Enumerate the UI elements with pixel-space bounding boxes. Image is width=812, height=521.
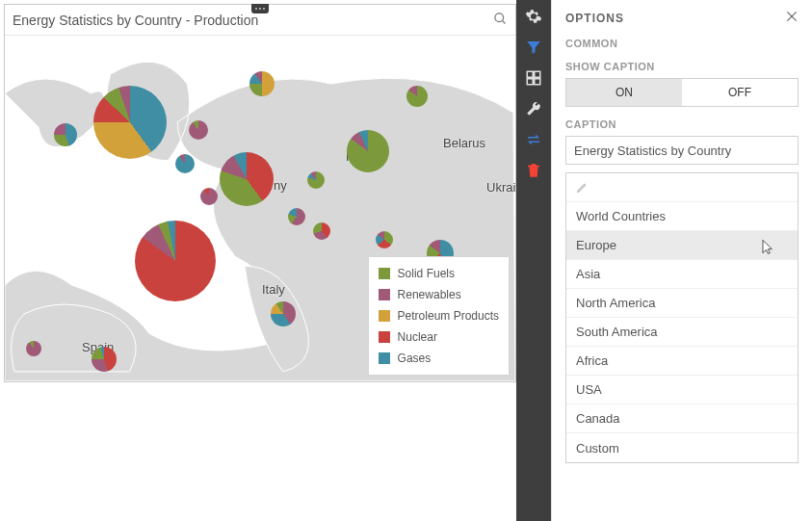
wrench-icon[interactable] <box>523 98 544 119</box>
region-list: World CountriesEuropeAsiaNorth AmericaSo… <box>565 172 799 463</box>
country-pie[interactable] <box>347 130 389 172</box>
legend-swatch <box>379 310 390 322</box>
legend-label: Renewables <box>398 288 461 301</box>
map-canvas[interactable]: BelarusPolandnyUkraineeItalyRomaniaSpain… <box>5 36 515 381</box>
country-pie[interactable] <box>313 222 330 240</box>
show-caption-toggle: ON OFF <box>565 78 799 107</box>
country-pie[interactable] <box>249 71 275 96</box>
legend-swatch <box>379 268 390 279</box>
legend-swatch <box>379 331 390 343</box>
legend-item: Gases <box>379 348 499 369</box>
legend-label: Gases <box>398 352 432 365</box>
country-pie[interactable] <box>135 221 216 301</box>
country-pie[interactable] <box>288 208 305 225</box>
list-item[interactable]: USA <box>566 376 798 404</box>
country-pie[interactable] <box>54 123 77 146</box>
pencil-icon <box>576 181 589 194</box>
country-pie[interactable] <box>189 120 208 140</box>
section-show-caption-label: SHOW CAPTION <box>565 61 799 72</box>
country-pie[interactable] <box>307 171 325 189</box>
legend-item: Nuclear <box>379 326 499 348</box>
caption-input[interactable] <box>565 136 799 165</box>
gear-icon[interactable] <box>523 6 544 27</box>
legend-box: Solid FuelsRenewablesPetroleum ProductsN… <box>368 256 510 376</box>
map-widget: Energy Statistics by Country - Productio… <box>4 4 516 382</box>
svg-rect-2 <box>527 71 533 77</box>
svg-line-1 <box>502 20 505 23</box>
toggle-on-button[interactable]: ON <box>566 79 682 106</box>
country-pie[interactable] <box>271 301 296 326</box>
sidebar-tool-strip <box>516 0 551 521</box>
country-pie[interactable] <box>200 188 218 205</box>
section-caption-label: CAPTION <box>565 118 799 130</box>
legend-item: Solid Fuels <box>379 263 499 284</box>
cursor-icon <box>759 238 774 258</box>
legend-label: Petroleum Products <box>398 309 499 323</box>
toggle-off-button[interactable]: OFF <box>682 79 798 106</box>
legend-label: Solid Fuels <box>398 267 455 280</box>
funnel-icon[interactable] <box>523 37 544 58</box>
legend-item: Renewables <box>379 284 499 305</box>
list-item-placeholder[interactable] <box>566 173 798 202</box>
svg-rect-3 <box>535 71 540 77</box>
widget-header: Energy Statistics by Country - Productio… <box>5 5 515 36</box>
list-item[interactable]: World Countries <box>566 202 798 231</box>
legend-item: Petroleum Products <box>379 305 499 326</box>
legend-swatch <box>379 289 390 300</box>
trash-icon[interactable] <box>523 160 544 181</box>
country-pie[interactable] <box>93 86 167 159</box>
list-item[interactable]: South America <box>566 318 798 347</box>
list-item[interactable]: Canada <box>566 404 798 433</box>
country-pie[interactable] <box>26 341 41 356</box>
legend-swatch <box>379 352 390 364</box>
swap-icon[interactable] <box>523 129 544 150</box>
list-item[interactable]: Custom <box>566 433 798 462</box>
country-pie[interactable] <box>406 86 428 107</box>
layout-icon[interactable] <box>523 67 544 89</box>
country-pie[interactable] <box>220 152 274 206</box>
options-panel: OPTIONS COMMON SHOW CAPTION ON OFF CAPTI… <box>551 0 812 521</box>
section-common-label: COMMON <box>565 38 799 49</box>
country-pie[interactable] <box>92 347 117 372</box>
search-icon[interactable] <box>493 12 508 29</box>
list-item[interactable]: Africa <box>566 347 798 376</box>
country-pie[interactable] <box>175 154 195 173</box>
widget-title: Energy Statistics by Country - Productio… <box>13 13 258 28</box>
close-icon[interactable] <box>785 10 799 26</box>
options-title: OPTIONS <box>565 12 624 25</box>
legend-label: Nuclear <box>398 330 437 344</box>
country-pie[interactable] <box>376 231 393 248</box>
svg-point-0 <box>495 13 504 21</box>
svg-rect-4 <box>527 79 533 85</box>
list-item[interactable]: Asia <box>566 260 798 289</box>
list-item[interactable]: Europe <box>566 231 798 260</box>
svg-rect-5 <box>535 79 540 85</box>
list-item[interactable]: North America <box>566 289 798 318</box>
